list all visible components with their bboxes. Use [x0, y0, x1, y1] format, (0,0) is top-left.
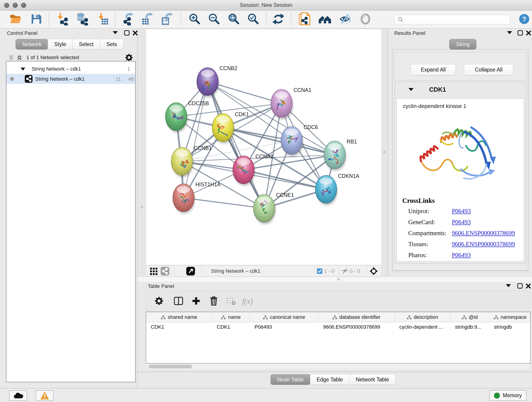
export-table-icon[interactable] — [141, 13, 154, 26]
zoom-out-icon[interactable] — [208, 13, 221, 26]
search-input[interactable] — [394, 15, 510, 24]
table-settings-gear-icon[interactable] — [155, 297, 163, 306]
network-node-CDK1[interactable]: CDK1 — [212, 111, 249, 144]
fit-content-crosshair-icon[interactable] — [370, 267, 378, 275]
network-node-CCNB2[interactable]: CCNB2 — [197, 65, 237, 98]
column-header-description[interactable]: description — [395, 312, 450, 322]
table-cell[interactable]: cyclin-dependent ... — [395, 322, 450, 332]
preview-eye-icon[interactable] — [360, 13, 371, 26]
expand-all-button[interactable]: Expand All — [411, 64, 456, 75]
table-row[interactable]: CDK1CDK1P064939606.ENSP00000378699cyclin… — [146, 322, 530, 332]
open-in-window-icon[interactable] — [186, 267, 195, 275]
table-panel-menu-icon[interactable] — [506, 284, 511, 287]
crosslink-link[interactable]: 9606.ENSP00000378699 — [452, 230, 515, 237]
tab-select[interactable]: Select — [72, 39, 100, 50]
column-header-canonical-name[interactable]: canonical name — [250, 312, 318, 322]
refresh-icon[interactable] — [272, 13, 285, 26]
column-header-name[interactable]: name — [212, 312, 250, 322]
import-table-icon[interactable] — [96, 13, 109, 26]
network-node-CDC25B[interactable]: CDC25B — [165, 100, 209, 133]
tab-edge-table[interactable]: Edge Table — [310, 374, 350, 385]
results-panel-close-icon[interactable] — [526, 30, 531, 36]
share-document-icon[interactable] — [298, 12, 311, 27]
column-header-shared-name[interactable]: shared name — [146, 312, 212, 322]
collection-expander-icon[interactable] — [20, 67, 26, 71]
column-header-namespace[interactable]: namespace — [489, 312, 531, 322]
scrollbar-thumb[interactable] — [148, 365, 192, 368]
save-session-icon[interactable] — [30, 13, 42, 26]
column-header-id[interactable]: @id — [450, 312, 489, 322]
import-network-database-icon[interactable] — [76, 13, 89, 26]
results-panel-menu-icon[interactable] — [507, 31, 512, 34]
delete-column-icon[interactable] — [210, 296, 218, 306]
collapse-all-button[interactable]: Collapse All — [464, 64, 513, 75]
crosslink-link[interactable]: P06493 — [452, 208, 471, 215]
control-panel-close-icon[interactable] — [133, 30, 138, 36]
column-header-database-identifier[interactable]: database identifier — [318, 312, 395, 322]
zoom-in-icon[interactable] — [188, 13, 201, 26]
show-columns-icon[interactable] — [174, 297, 183, 306]
close-window-button[interactable] — [4, 3, 9, 8]
zoom-fit-icon[interactable] — [228, 13, 240, 26]
tab-network-table[interactable]: Network Table — [349, 374, 396, 385]
network-graph[interactable]: CCNB2CCNA1CDC25BCDK1CDC6RB1CCNB1CCNA2CDK… — [146, 29, 382, 265]
table-cell[interactable]: P06493 — [250, 322, 318, 332]
minimize-window-button[interactable] — [13, 3, 18, 8]
warnings-button[interactable] — [36, 390, 54, 401]
table-horizontal-scrollbar[interactable] — [146, 364, 531, 369]
network-row[interactable]: String Network – cdk1 11 48 — [6, 74, 135, 84]
memory-button[interactable]: Memory — [489, 390, 526, 401]
network-node-RB1[interactable]: RB1 — [324, 139, 357, 171]
selected-checkbox-icon[interactable] — [317, 268, 322, 274]
table-cell[interactable]: 9606.ENSP00000378699 — [318, 322, 395, 332]
cdk1-section-header[interactable]: CDK1 — [395, 82, 526, 98]
delete-table-icon[interactable] — [226, 297, 236, 306]
grid-view-icon[interactable] — [150, 267, 158, 275]
horizontal-splitter[interactable] — [138, 277, 532, 282]
cloud-button[interactable] — [9, 390, 27, 401]
add-column-icon[interactable] — [192, 297, 200, 306]
tab-string[interactable]: String — [449, 39, 476, 50]
network-node-HIST1H1A[interactable]: HIST1H1A — [173, 182, 221, 214]
export-image-icon[interactable] — [161, 13, 174, 26]
tab-style[interactable]: Style — [48, 39, 73, 50]
network-options-gear-icon[interactable] — [125, 54, 133, 61]
network-node-CDC6[interactable]: CDC6 — [281, 124, 318, 157]
bottom-splitter-handle[interactable] — [337, 278, 340, 281]
hierarchy-icon — [161, 315, 165, 319]
table-cell[interactable]: stringdb — [489, 322, 531, 332]
tab-network[interactable]: Network — [16, 39, 48, 50]
network-collection-row[interactable]: String Network – cdk1 1 — [6, 64, 135, 74]
network-node-CCNB1[interactable]: CCNB1 — [171, 145, 212, 177]
table-cell[interactable]: CDK1 — [212, 322, 250, 332]
hide-panel-eye-icon[interactable] — [338, 13, 351, 26]
crosslink-link[interactable]: P06493 — [452, 252, 471, 259]
results-panel-float-icon[interactable] — [518, 30, 523, 36]
table-panel-close-icon[interactable] — [526, 283, 531, 289]
help-icon[interactable]: ? — [519, 13, 530, 26]
home-icon[interactable] — [318, 13, 332, 26]
function-builder-icon[interactable]: f(x) — [242, 297, 253, 306]
control-panel-float-icon[interactable] — [124, 30, 129, 36]
network-node-CCNE1[interactable]: CCNE1 — [253, 192, 294, 224]
left-splitter-handle[interactable] — [141, 206, 143, 208]
tab-sets[interactable]: Sets — [100, 39, 123, 50]
maximize-window-button[interactable] — [21, 3, 26, 8]
table-cell[interactable]: CDK1 — [146, 322, 212, 332]
open-session-icon[interactable] — [9, 13, 22, 26]
network-canvas[interactable]: CCNB2CCNA1CDC25BCDK1CDC6RB1CCNB1CCNA2CDK… — [146, 29, 382, 265]
zoom-selected-icon[interactable] — [247, 13, 260, 26]
tab-node-table[interactable]: Node Table — [271, 374, 310, 385]
table-panel-float-icon[interactable] — [517, 283, 523, 288]
right-splitter-handle[interactable] — [383, 151, 386, 153]
control-panel-menu-icon[interactable] — [113, 31, 118, 34]
network-node-CDKN1A[interactable]: CDKN1A — [315, 173, 360, 205]
crosslink-link[interactable]: 9606.ENSP00000378699 — [452, 241, 515, 248]
crosslink-link[interactable]: P06493 — [452, 219, 471, 226]
table-cell[interactable]: stringdb:9... — [450, 322, 489, 332]
export-network-icon[interactable] — [123, 13, 136, 26]
import-network-icon[interactable] — [56, 13, 69, 26]
network-thumbnail-icon[interactable] — [161, 267, 169, 275]
cdk1-expander-icon[interactable] — [409, 88, 413, 91]
network-node-CCNA1[interactable]: CCNA1 — [271, 87, 311, 119]
